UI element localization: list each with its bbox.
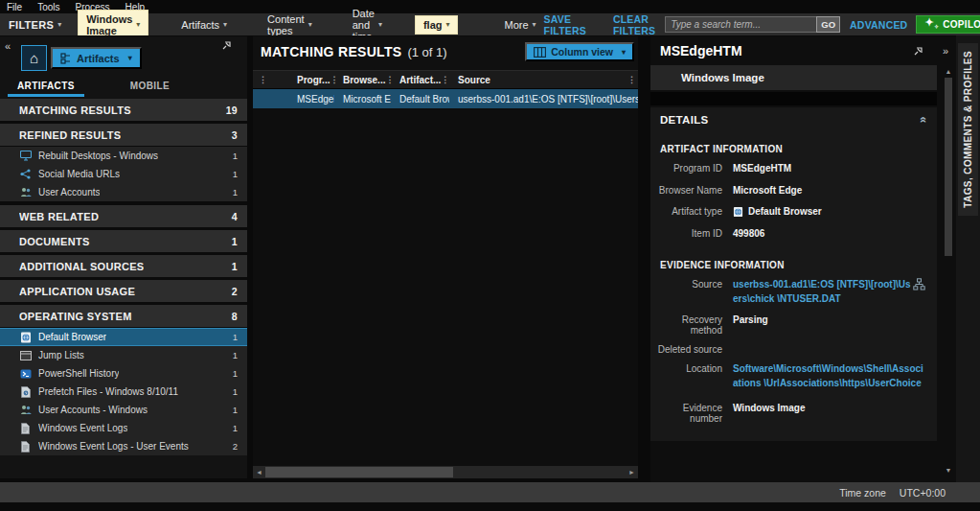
field-evidence-number: Evidence number Windows Image <box>650 394 937 428</box>
section-count: 3 <box>232 129 238 141</box>
sidebar-item-user-accounts-windows[interactable]: User Accounts - Windows 1 <box>0 401 247 419</box>
filter-chip-more[interactable]: More▾ <box>496 16 543 34</box>
search-input[interactable] <box>665 16 816 33</box>
column-menu-icon[interactable]: ⋮ <box>441 75 449 84</box>
collapse-section-icon[interactable]: « <box>918 117 931 124</box>
horizontal-scrollbar[interactable]: ◄ ► <box>253 466 638 478</box>
source-link[interactable]: userbss-001.ad1\E:OS [NTFS]\[root]\Users… <box>733 278 913 306</box>
sidebar-item-powershell-history[interactable]: PowerShell History 1 <box>0 364 247 383</box>
section-documents[interactable]: DOCUMENTS 1 <box>0 230 247 253</box>
advanced-button[interactable]: ADVANCED <box>850 19 907 31</box>
expand-panel-icon[interactable]: » <box>943 45 948 57</box>
column-header-source[interactable]: Source⋮ <box>449 71 638 88</box>
sidebar-item-prefetch-files[interactable]: Prefetch Files - Windows 8/10/11 1 <box>0 383 247 401</box>
item-label: Default Browser <box>38 332 106 342</box>
sidebar-item-windows-event-logs-user-events[interactable]: Windows Event Logs - User Events 2 <box>0 437 247 455</box>
evidence-source-label: Windows Image <box>681 72 764 83</box>
filter-chip-label: Artifacts <box>181 19 219 31</box>
grid-menu-column[interactable]: ⋮ <box>253 71 275 88</box>
grid-empty-area <box>253 108 638 466</box>
column-header-artifact[interactable]: Artifact...⋮ <box>391 71 449 88</box>
section-refined-results[interactable]: REFINED RESULTS 3 <box>0 124 247 147</box>
item-label: Social Media URLs <box>38 169 120 179</box>
scrollbar-track[interactable] <box>943 78 954 465</box>
section-application-usage[interactable]: APPLICATION USAGE 2 <box>0 280 247 303</box>
evidence-source-row[interactable]: Windows Image <box>650 65 937 90</box>
clear-filters-button[interactable]: CLEAR FILTERS <box>613 13 655 36</box>
item-count: 1 <box>233 386 238 397</box>
chevron-down-icon: ▾ <box>622 48 626 57</box>
column-header-program-id[interactable]: Progr...⋮ <box>288 71 334 88</box>
column-header-browser[interactable]: Browse...⋮ <box>334 71 391 88</box>
menu-file[interactable]: File <box>7 2 22 12</box>
filter-chip-artifacts[interactable]: Artifacts▾ <box>173 16 235 34</box>
filter-chip-flag[interactable]: flag▾ <box>415 15 459 35</box>
field-label: Source <box>650 278 722 306</box>
field-label: Program ID <box>650 162 722 176</box>
timezone-label: Time zone <box>839 487 886 499</box>
hierarchy-icon[interactable] <box>913 278 925 306</box>
home-button[interactable]: ⌂ <box>21 45 47 71</box>
field-location: Location Software\Microsoft\Windows\Shel… <box>650 359 937 394</box>
save-filters-button[interactable]: SAVE FILTERS <box>544 13 586 36</box>
columns-icon <box>534 47 546 58</box>
field-label: Browser Name <box>650 184 722 198</box>
section-count: 1 <box>232 261 238 272</box>
go-button[interactable]: GO <box>816 16 840 33</box>
details-section-header[interactable]: DETAILS « <box>650 107 937 132</box>
section-web-related[interactable]: WEB RELATED 4 <box>0 205 247 228</box>
scrollbar-track[interactable] <box>265 466 626 478</box>
sidebar-item-default-browser[interactable]: Default Browser 1 <box>0 328 247 346</box>
tab-mobile[interactable]: MOBILE <box>121 81 179 97</box>
view-selector-dropdown[interactable]: Artifacts ▾ <box>51 47 142 69</box>
menu-tools[interactable]: Tools <box>37 2 59 12</box>
column-view-label: Column view <box>551 46 613 58</box>
column-menu-icon[interactable]: ⋮ <box>259 75 267 84</box>
section-operating-system[interactable]: OPERATING SYSTEM 8 <box>0 305 247 328</box>
scroll-up-icon[interactable]: ▲ <box>943 66 954 78</box>
sidebar-item-windows-event-logs[interactable]: Windows Event Logs 1 <box>0 419 247 437</box>
field-artifact-type: Artifact type Default Browser <box>650 201 937 223</box>
sidebar-item-rebuilt-desktops[interactable]: Rebuilt Desktops - Windows 1 <box>0 147 247 165</box>
chevron-down-icon: ▾ <box>308 20 312 29</box>
scrollbar-thumb[interactable] <box>945 78 952 256</box>
section-label: WEB RELATED <box>19 211 99 222</box>
item-count: 1 <box>233 368 238 379</box>
scroll-down-icon[interactable]: ▼ <box>943 465 954 476</box>
section-additional-sources[interactable]: ADDITIONAL SOURCES 1 <box>0 255 247 278</box>
scroll-left-icon[interactable]: ◄ <box>253 469 265 476</box>
sparkle-icon: ✦✧ <box>924 16 939 30</box>
column-view-button[interactable]: Column view ▾ <box>525 42 634 61</box>
main-area: « ⌂ Artifacts ▾ ARTIFACTS MOBILE MATCHIN… <box>0 35 980 482</box>
pin-icon[interactable] <box>221 40 232 51</box>
filters-label[interactable]: FILTERS <box>9 19 54 31</box>
collapse-panel-icon[interactable]: « <box>5 40 11 52</box>
sidebar-item-user-accounts[interactable]: User Accounts 1 <box>0 183 247 201</box>
flyout-strip: TAGS, COMMENTS & PROFILES <box>956 35 980 482</box>
scroll-right-icon[interactable]: ► <box>626 469 638 476</box>
column-header-label: Artifact... <box>399 75 441 85</box>
table-row[interactable]: MSEdgeHTM Microsoft Edge Default Browser… <box>253 89 638 108</box>
navigation-panel: « ⌂ Artifacts ▾ ARTIFACTS MOBILE MATCHIN… <box>0 36 247 478</box>
vertical-scrollbar[interactable]: ▲ ▼ <box>943 66 954 476</box>
scrollbar-thumb[interactable] <box>265 467 453 477</box>
item-count: 1 <box>233 332 238 342</box>
users-icon <box>19 187 32 198</box>
filter-chip-label: Content types <box>267 13 305 36</box>
copilot-button[interactable]: ✦✧ COPILOT <box>916 15 980 34</box>
results-panel: MATCHING RESULTS (1 of 1) Column view ▾ … <box>253 36 638 478</box>
sidebar-item-social-media-urls[interactable]: Social Media URLs 1 <box>0 165 247 183</box>
column-menu-icon[interactable]: ⋮ <box>627 75 636 84</box>
timezone-value[interactable]: UTC+0:00 <box>900 487 946 499</box>
monitor-icon <box>19 151 32 162</box>
tags-comments-profiles-tab[interactable]: TAGS, COMMENTS & PROFILES <box>958 43 978 216</box>
sidebar-item-jump-lists[interactable]: Jump Lists 1 <box>0 346 247 364</box>
filter-chip-content-types[interactable]: Content types▾ <box>260 11 320 39</box>
pin-icon[interactable] <box>913 46 923 57</box>
field-label: Recovery method <box>650 314 722 336</box>
section-matching-results[interactable]: MATCHING RESULTS 19 <box>0 99 247 122</box>
search-box: GO <box>665 16 840 33</box>
chevron-down-icon: ▾ <box>533 20 536 29</box>
location-link[interactable]: Software\Microsoft\Windows\Shell\Associa… <box>733 362 927 390</box>
tab-artifacts[interactable]: ARTIFACTS <box>8 81 84 97</box>
